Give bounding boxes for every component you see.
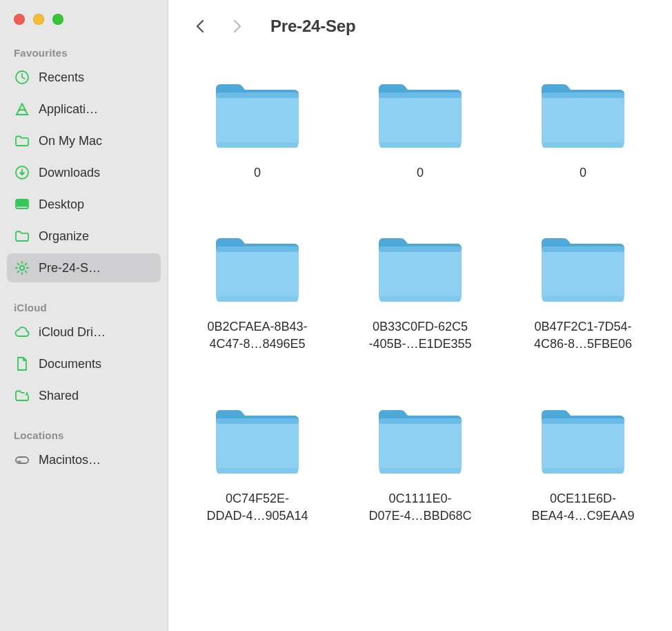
sidebar-item-desktop[interactable]: Desktop bbox=[7, 190, 161, 219]
sidebar-item-label: Documents bbox=[39, 354, 101, 373]
folder-label: 0B33C0FD-62C5-405B-…E1DE355 bbox=[346, 318, 495, 353]
download-icon bbox=[14, 164, 30, 181]
sidebar-section-icloud: iCloud bbox=[0, 298, 168, 318]
folder-icon bbox=[375, 77, 466, 151]
maximize-window-button[interactable] bbox=[52, 14, 63, 25]
sidebar-section-locations: Locations bbox=[0, 425, 168, 445]
back-button[interactable] bbox=[192, 17, 211, 36]
close-window-button[interactable] bbox=[14, 14, 25, 25]
folder-icon bbox=[537, 77, 629, 151]
folder-item[interactable]: 0 bbox=[179, 77, 335, 182]
sidebar-item-label: Desktop bbox=[39, 195, 84, 214]
sidebar-item-label: Organize bbox=[39, 226, 89, 246]
sidebar-items-favourites: Recents Applicati… On My Mac Downloads D… bbox=[0, 63, 168, 285]
folder-label: 0CE11E6D-BEA4-4…C9EAA9 bbox=[508, 490, 658, 525]
sidebar-item-label: Recents bbox=[39, 68, 84, 87]
desktop-icon bbox=[14, 196, 30, 213]
clock-icon bbox=[14, 69, 30, 86]
disk-icon bbox=[14, 452, 30, 468]
sidebar-item-label: Downloads bbox=[39, 163, 100, 182]
sidebar-item-downloads[interactable]: Downloads bbox=[7, 158, 161, 187]
folder-item[interactable]: 0C74F52E-DDAD-4…905A14 bbox=[179, 403, 335, 525]
content-area: 0000B2CFAEA-8B43-4C47-8…8496E50B33C0FD-6… bbox=[168, 44, 672, 631]
folder-icon bbox=[537, 231, 629, 304]
traffic-lights bbox=[0, 11, 168, 43]
sidebar-item-label: Pre-24-S… bbox=[39, 258, 101, 278]
sidebar-item-label: iCloud Dri… bbox=[39, 322, 106, 342]
folder-item[interactable]: 0 bbox=[342, 77, 498, 182]
folder-label: 0C1111E0-D07E-4…BBD68C bbox=[346, 490, 495, 525]
folder-icon bbox=[375, 231, 466, 304]
document-icon bbox=[14, 356, 30, 372]
folder-label: 0 bbox=[346, 164, 495, 182]
folder-item[interactable]: 0CE11E6D-BEA4-4…C9EAA9 bbox=[505, 403, 661, 525]
folder-label: 0B2CFAEA-8B43-4C47-8…8496E5 bbox=[183, 318, 332, 353]
sidebar-item-label: Macintos… bbox=[39, 450, 101, 469]
folder-label: 0C74F52E-DDAD-4…905A14 bbox=[183, 490, 332, 525]
folder-label: 0B47F2C1-7D54-4C86-8…5FBE06 bbox=[508, 318, 658, 353]
sidebar-item-pre-24-sep[interactable]: Pre-24-S… bbox=[7, 253, 161, 282]
sidebar-item-icloud-drive[interactable]: iCloud Dri… bbox=[7, 318, 161, 347]
folder-item[interactable]: 0B33C0FD-62C5-405B-…E1DE355 bbox=[342, 231, 498, 353]
cloud-icon bbox=[14, 324, 30, 340]
sidebar-items-locations: Macintos… bbox=[0, 445, 168, 477]
folder-icon bbox=[537, 403, 629, 476]
sidebar-item-documents[interactable]: Documents bbox=[7, 349, 161, 378]
folder-item[interactable]: 0C1111E0-D07E-4…BBD68C bbox=[342, 403, 498, 525]
forward-button[interactable] bbox=[228, 17, 247, 36]
main-area: Pre-24-Sep 0000B2CFAEA-8B43-4C47-8…8496E… bbox=[168, 0, 672, 631]
folder-item[interactable]: 0B47F2C1-7D54-4C86-8…5FBE06 bbox=[505, 231, 661, 353]
shared-folder-icon bbox=[14, 387, 30, 404]
sidebar-item-applications[interactable]: Applicati… bbox=[7, 95, 161, 124]
folder-icon bbox=[375, 403, 466, 476]
window-title: Pre-24-Sep bbox=[270, 17, 355, 36]
folder-icon bbox=[212, 231, 303, 304]
sidebar-item-label: Applicati… bbox=[39, 99, 98, 119]
toolbar: Pre-24-Sep bbox=[168, 0, 672, 44]
sidebar: Favourites Recents Applicati… On My Mac … bbox=[0, 0, 168, 631]
sidebar-section-favourites: Favourites bbox=[0, 43, 168, 63]
sidebar-item-on-my-mac[interactable]: On My Mac bbox=[7, 126, 161, 155]
sidebar-item-label: On My Mac bbox=[39, 131, 102, 151]
folder-label: 0 bbox=[508, 164, 658, 182]
folder-grid: 0000B2CFAEA-8B43-4C47-8…8496E50B33C0FD-6… bbox=[179, 77, 661, 525]
folder-item[interactable]: 0 bbox=[505, 77, 661, 182]
folder-label: 0 bbox=[183, 164, 332, 182]
folder-item[interactable]: 0B2CFAEA-8B43-4C47-8…8496E5 bbox=[179, 231, 335, 353]
gear-icon bbox=[14, 260, 30, 276]
folder-icon bbox=[212, 403, 303, 476]
folder-outline-icon bbox=[14, 133, 30, 149]
sidebar-item-recents[interactable]: Recents bbox=[7, 63, 161, 92]
sidebar-item-shared[interactable]: Shared bbox=[7, 381, 161, 410]
minimize-window-button[interactable] bbox=[33, 14, 44, 25]
folder-icon bbox=[212, 77, 303, 151]
sidebar-item-macintosh-hd[interactable]: Macintos… bbox=[7, 445, 161, 474]
sidebar-item-label: Shared bbox=[39, 386, 79, 405]
folder-outline-icon bbox=[14, 228, 30, 244]
sidebar-item-organize[interactable]: Organize bbox=[7, 222, 161, 251]
sidebar-items-icloud: iCloud Dri… Documents Shared bbox=[0, 318, 168, 413]
app-icon bbox=[14, 101, 30, 117]
